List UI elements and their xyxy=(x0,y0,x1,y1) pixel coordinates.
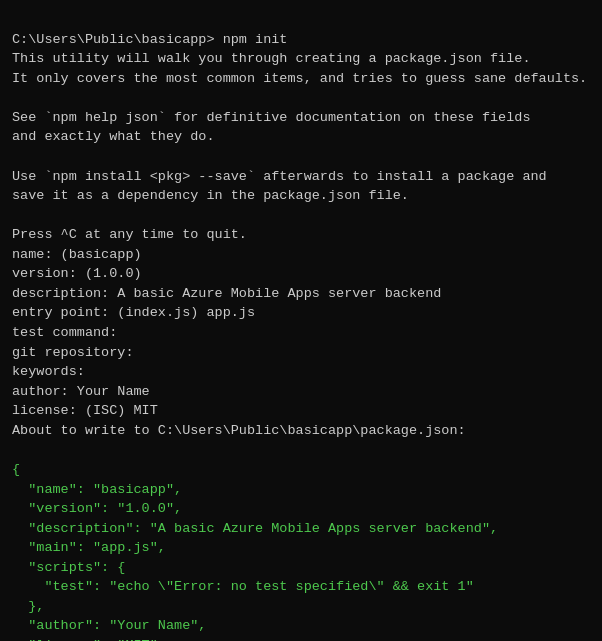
terminal-line-line14: entry point: (index.js) app.js xyxy=(12,303,590,323)
terminal-line-prompt-init: C:\Users\Public\basicapp> npm init xyxy=(12,30,590,50)
terminal-line-line1: This utility will walk you through creat… xyxy=(12,49,590,69)
terminal-line-line27: "scripts": { xyxy=(12,558,590,578)
terminal-window: C:\Users\Public\basicapp> npm initThis u… xyxy=(12,10,590,641)
terminal-line-line13: description: A basic Azure Mobile Apps s… xyxy=(12,284,590,304)
terminal-line-line23: "name": "basicapp", xyxy=(12,480,590,500)
terminal-line-line17: keywords: xyxy=(12,362,590,382)
terminal-line-line20: About to write to C:\Users\Public\basica… xyxy=(12,421,590,441)
terminal-line-line8: save it as a dependency in the package.j… xyxy=(12,186,590,206)
terminal-line-line22: { xyxy=(12,460,590,480)
terminal-line-line28: "test": "echo \"Error: no test specified… xyxy=(12,577,590,597)
terminal-line-line19: license: (ISC) MIT xyxy=(12,401,590,421)
terminal-line-line3 xyxy=(12,88,590,108)
terminal-line-line21 xyxy=(12,440,590,460)
terminal-line-line12: version: (1.0.0) xyxy=(12,264,590,284)
terminal-line-line6 xyxy=(12,147,590,167)
terminal-line-line5: and exactly what they do. xyxy=(12,127,590,147)
terminal-line-line11: name: (basicapp) xyxy=(12,245,590,265)
terminal-line-line9 xyxy=(12,206,590,226)
terminal-line-line26: "main": "app.js", xyxy=(12,538,590,558)
terminal-line-line31: "license": "MIT" xyxy=(12,636,590,641)
terminal-line-line25: "description": "A basic Azure Mobile App… xyxy=(12,519,590,539)
terminal-line-line15: test command: xyxy=(12,323,590,343)
terminal-line-line16: git repository: xyxy=(12,343,590,363)
terminal-line-line24: "version": "1.0.0", xyxy=(12,499,590,519)
terminal-line-line2: It only covers the most common items, an… xyxy=(12,69,590,89)
terminal-line-line18: author: Your Name xyxy=(12,382,590,402)
terminal-line-line4: See `npm help json` for definitive docum… xyxy=(12,108,590,128)
terminal-line-line29: }, xyxy=(12,597,590,617)
terminal-line-line7: Use `npm install <pkg> --save` afterward… xyxy=(12,167,590,187)
terminal-line-line30: "author": "Your Name", xyxy=(12,616,590,636)
terminal-line-line10: Press ^C at any time to quit. xyxy=(12,225,590,245)
